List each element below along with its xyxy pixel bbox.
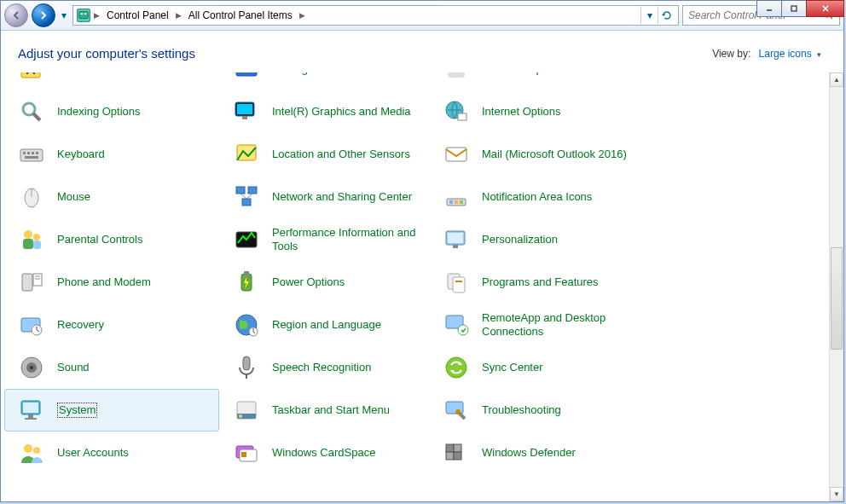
cp-item-label: HomeGroup xyxy=(482,72,542,76)
svg-rect-72 xyxy=(23,403,38,413)
cp-item-sound[interactable]: Sound xyxy=(4,346,219,389)
svg-rect-45 xyxy=(33,240,41,249)
cp-item-network-and-sharing-center[interactable]: Network and Sharing Center xyxy=(219,176,429,218)
svg-rect-55 xyxy=(244,271,249,275)
svg-rect-57 xyxy=(453,277,465,293)
svg-rect-33 xyxy=(236,187,245,194)
scroll-down-button[interactable]: ▼ xyxy=(830,487,843,501)
svg-rect-5 xyxy=(81,13,84,14)
cp-item-windows-cardspace[interactable]: Windows CardSpace xyxy=(219,432,429,474)
cp-item-recovery[interactable]: Recovery xyxy=(4,304,219,346)
keyboard-icon xyxy=(18,141,45,168)
nav-history-dropdown[interactable]: ▾ xyxy=(59,9,69,22)
fonts-icon: A xyxy=(18,72,45,83)
vertical-scrollbar[interactable]: ▲ ▼ xyxy=(829,72,843,501)
svg-rect-20 xyxy=(242,116,247,119)
cp-item-power-options[interactable]: Power Options xyxy=(219,261,429,304)
cp-item-label: Notification Area Icons xyxy=(482,190,592,204)
cp-item-intel-r-graphics-and-media[interactable]: Intel(R) Graphics and Media xyxy=(219,90,429,133)
svg-rect-28 xyxy=(25,156,38,159)
breadcrumb-all-items[interactable]: All Control Panel Items xyxy=(185,9,296,21)
cp-item-label: System xyxy=(57,403,97,418)
svg-point-42 xyxy=(24,230,32,239)
address-bar[interactable]: ▶ Control Panel ▶ All Control Panel Item… xyxy=(72,5,679,26)
cp-item-location-and-other-sensors[interactable]: Location and Other Sensors xyxy=(219,133,429,176)
troubleshoot-icon xyxy=(443,397,470,424)
scroll-thumb[interactable] xyxy=(831,247,843,350)
svg-rect-24 xyxy=(23,152,26,154)
svg-rect-86 xyxy=(454,444,461,452)
performance-icon xyxy=(233,226,260,253)
scroll-up-button[interactable]: ▲ xyxy=(830,72,843,87)
cp-item-sync-center[interactable]: Sync Center xyxy=(429,346,651,389)
svg-rect-49 xyxy=(453,245,458,248)
cp-item-personalization[interactable]: Personalization xyxy=(429,218,651,261)
cp-item-label: Keyboard xyxy=(57,148,105,161)
svg-line-36 xyxy=(240,194,246,199)
svg-rect-26 xyxy=(32,152,34,154)
svg-rect-40 xyxy=(455,200,458,204)
view-by-control[interactable]: View by: Large icons ▾ xyxy=(712,48,821,60)
cp-item-region-and-language[interactable]: Region and Language xyxy=(219,304,429,346)
cp-item-label: Internet Options xyxy=(482,105,561,119)
cp-item-getting-started[interactable]: Getting Started xyxy=(219,72,429,90)
nav-back-button[interactable] xyxy=(4,3,28,27)
intel-graphics-icon xyxy=(233,98,260,125)
cp-item-label: Sound xyxy=(57,361,90,374)
cp-item-performance-information-and-tools[interactable]: Performance Information and Tools xyxy=(219,218,429,261)
close-button[interactable] xyxy=(806,0,844,17)
scroll-track[interactable] xyxy=(830,87,843,487)
cp-item-internet-options[interactable]: Internet Options xyxy=(429,90,651,133)
sync-icon xyxy=(443,354,470,381)
cp-item-phone-and-modem[interactable]: Phone and Modem xyxy=(4,261,219,304)
power-icon xyxy=(233,269,260,296)
cp-item-fonts[interactable]: AFonts xyxy=(4,72,219,90)
breadcrumb-control-panel[interactable]: Control Panel xyxy=(103,9,172,21)
svg-point-43 xyxy=(33,234,40,240)
svg-point-80 xyxy=(24,444,32,453)
cp-item-user-accounts[interactable]: User Accounts xyxy=(4,432,219,474)
maximize-button[interactable] xyxy=(781,0,807,17)
remoteapp-icon xyxy=(443,311,470,339)
cp-item-programs-and-features[interactable]: Programs and Features xyxy=(429,261,651,304)
cp-item-system[interactable]: System xyxy=(4,389,219,432)
recovery-icon xyxy=(18,311,45,339)
nav-forward-button[interactable] xyxy=(32,3,55,27)
cp-item-homegroup[interactable]: HomeGroup xyxy=(429,72,651,90)
refresh-button[interactable] xyxy=(658,7,675,24)
cp-item-parental-controls[interactable]: Parental Controls xyxy=(4,218,219,261)
cp-item-label: Programs and Features xyxy=(482,275,599,289)
cp-item-speech-recognition[interactable]: Speech Recognition xyxy=(219,346,429,389)
mail-icon xyxy=(443,141,470,168)
cp-item-remoteapp-and-desktop-connections[interactable]: RemoteApp and Desktop Connections xyxy=(429,304,651,346)
chevron-down-icon: ▾ xyxy=(817,50,821,59)
defender-icon xyxy=(443,439,470,466)
svg-point-81 xyxy=(33,447,40,454)
cp-item-mail-microsoft-outlook-2016[interactable]: Mail (Microsoft Outlook 2016) xyxy=(429,133,651,176)
location-icon xyxy=(233,141,260,168)
svg-rect-51 xyxy=(33,274,42,286)
getting-started-icon xyxy=(233,72,260,83)
cp-item-troubleshooting[interactable]: Troubleshooting xyxy=(429,389,651,432)
cp-item-label: Mouse xyxy=(57,190,90,204)
minimize-button[interactable] xyxy=(756,0,782,17)
svg-point-16 xyxy=(23,103,35,115)
cp-item-taskbar-and-start-menu[interactable]: Taskbar and Start Menu xyxy=(219,389,429,432)
cp-item-keyboard[interactable]: Keyboard xyxy=(4,133,219,176)
cp-item-label: Personalization xyxy=(482,233,558,246)
cp-item-label: Speech Recognition xyxy=(272,361,371,374)
cp-item-label: Performance Information and Tools xyxy=(272,226,417,254)
content-area: Adjust your computer's settings View by:… xyxy=(1,31,843,501)
svg-rect-4 xyxy=(79,12,89,19)
cp-item-label: RemoteApp and Desktop Connections xyxy=(482,311,627,339)
cp-item-mouse[interactable]: Mouse xyxy=(4,176,219,218)
svg-rect-11 xyxy=(236,72,257,76)
cp-item-label: Power Options xyxy=(272,275,345,289)
cp-item-indexing-options[interactable]: Indexing Options xyxy=(4,90,219,133)
cp-item-notification-area-icons[interactable]: Notification Area Icons xyxy=(429,176,651,218)
address-dropdown-button[interactable]: ▾ xyxy=(640,7,658,24)
cp-item-label: Parental Controls xyxy=(57,233,142,246)
svg-rect-87 xyxy=(446,452,454,460)
svg-point-64 xyxy=(458,325,468,335)
cp-item-windows-defender[interactable]: Windows Defender xyxy=(429,432,651,474)
